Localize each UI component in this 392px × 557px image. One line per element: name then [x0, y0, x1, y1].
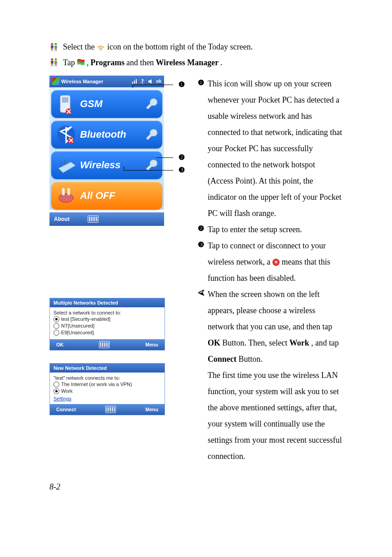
option-label: test [Security-enabled]: [61, 316, 110, 322]
text-wireless-manager: Wireless Manager: [156, 56, 218, 69]
antenna-tray-icon[interactable]: [140, 79, 145, 84]
callout-2: ❷ Tap to enter the setup screen.: [198, 221, 343, 238]
wifi-signal-icon: [96, 42, 105, 51]
text: .: [220, 56, 223, 69]
work-bold: Work: [290, 338, 309, 347]
connect-bold: Connect: [208, 355, 236, 364]
callout-number-3: ❸: [178, 166, 185, 174]
signal-tray-icon[interactable]: [132, 79, 137, 84]
option-label: The Internet (or work via a VPN): [61, 382, 132, 387]
wrench-icon[interactable]: [144, 127, 159, 142]
speaker-tray-icon[interactable]: [148, 79, 153, 84]
svg-rect-12: [67, 188, 70, 195]
radio-icon[interactable]: [53, 323, 59, 329]
multiple-networks-popup: Multiple Networks Detected Select a netw…: [49, 298, 165, 350]
left-column: Wireless Manager ok: [49, 76, 184, 415]
keyboard-icon[interactable]: [105, 406, 116, 413]
network-option[interactable]: The Internet (or work via a VPN): [53, 382, 161, 387]
popup-body: Select a network to connect to: test [Se…: [50, 307, 165, 339]
wireless-manager-screenshot: Wireless Manager ok: [49, 76, 164, 226]
radio-icon[interactable]: [53, 388, 59, 394]
text: When the screen shown on the left appear…: [208, 290, 332, 331]
network-option[interactable]: E9[Unsecured]: [53, 330, 161, 336]
manual-page: 👫 Select the icon on the bottom right of…: [0, 0, 392, 510]
text: Select the: [63, 40, 94, 54]
instruction-line-1: 👫 Select the icon on the bottom right of…: [49, 40, 343, 54]
menu-button[interactable]: Menu: [145, 407, 158, 412]
popup-body: "test" network connects me to: The Inter…: [50, 373, 165, 404]
wireless-label: Wireless: [80, 159, 120, 171]
callout-number-3: ❸: [198, 238, 208, 252]
hand-icon: 👫: [49, 41, 58, 53]
callout-c-followup: The first time you use the wireless LAN …: [208, 367, 343, 464]
instruction-line-2: 👫 Tap , Programs and then Wireless Manag…: [49, 56, 343, 69]
callout-text: Tap to connect or disconnect to your wir…: [208, 238, 343, 286]
callout-number-1: ❶: [178, 80, 185, 89]
text: icon on the bottom right of the Today sc…: [107, 40, 253, 54]
svg-rect-0: [100, 49, 102, 50]
callout-c: ⮘ When the screen shown on the left appe…: [198, 286, 343, 367]
windows-flag-icon[interactable]: [52, 78, 59, 85]
text-programs: Programs: [90, 56, 125, 69]
wrench-icon[interactable]: [144, 97, 159, 111]
popup-footer: Connect Menu: [50, 404, 165, 415]
keyboard-icon[interactable]: [88, 216, 98, 223]
popup-title: New Network Detected: [50, 364, 165, 373]
text: , and tap: [311, 338, 339, 347]
ok-button[interactable]: ok: [156, 79, 161, 84]
wm-footer: About: [49, 212, 164, 226]
gsm-label: GSM: [80, 98, 102, 110]
new-network-popup: New Network Detected "test" network conn…: [49, 363, 165, 415]
settings-link[interactable]: Settings: [53, 396, 161, 401]
all-off-label: All OFF: [80, 190, 115, 202]
all-off-tile[interactable]: All OFF: [51, 182, 162, 210]
popup-subtitle: Select a network to connect to:: [53, 310, 161, 315]
popup-subtitle: "test" network connects me to:: [53, 375, 161, 381]
menu-button[interactable]: Menu: [145, 342, 158, 347]
wm-tray: ok: [132, 79, 161, 84]
ok-bold: OK: [208, 338, 220, 347]
wm-titlebar: Wireless Manager ok: [49, 76, 164, 87]
connect-button[interactable]: Connect: [56, 407, 76, 412]
disabled-x-icon: ✕: [272, 259, 280, 266]
bluetooth-tile[interactable]: Bluetooth: [51, 121, 162, 148]
keyboard-icon[interactable]: [99, 341, 110, 348]
popup-title: Multiple Networks Detected: [50, 298, 165, 307]
svg-point-10: [59, 193, 73, 202]
callout-text: Tap to enter the setup screen.: [208, 221, 343, 238]
wireless-tile[interactable]: Wireless: [51, 151, 162, 179]
svg-rect-4: [62, 97, 68, 103]
network-option[interactable]: test [Security-enabled]: [53, 316, 161, 322]
callout-3: ❸ Tap to connect or disconnect to your w…: [198, 238, 343, 286]
gsm-tile[interactable]: GSM: [51, 90, 162, 118]
windows-flag-icon: [77, 58, 85, 67]
callout-number-2: ❷: [178, 153, 185, 162]
radio-icon[interactable]: [53, 382, 59, 387]
page-number: 8-2: [49, 482, 343, 492]
callout-pointer-2: ❷: [156, 157, 173, 158]
content-row: Wireless Manager ok: [49, 76, 343, 464]
radio-icon[interactable]: [53, 316, 59, 322]
text: and then: [126, 56, 154, 69]
callout-number-c: ⮘: [198, 286, 208, 301]
text: Button.: [239, 355, 263, 364]
text: Tap: [63, 56, 75, 69]
router-icon: [56, 155, 76, 175]
network-option[interactable]: NT[Unsecured]: [53, 323, 161, 329]
radio-icon[interactable]: [53, 330, 59, 336]
about-button[interactable]: About: [54, 216, 70, 222]
text: ,: [87, 56, 89, 69]
bluetooth-icon: [56, 124, 76, 145]
text: Button. Then, select: [223, 338, 288, 347]
wm-title: Wireless Manager: [61, 79, 103, 84]
callout-number-1: ❶: [198, 76, 208, 90]
right-column: ❶ This icon will show up on your screen …: [198, 76, 343, 464]
callout-text: When the screen shown on the left appear…: [208, 286, 343, 367]
popup-footer: OK Menu: [50, 339, 165, 350]
callout-pointer-3: ❸: [124, 170, 173, 171]
callout-text: This icon will show up on your screen wh…: [208, 76, 343, 221]
option-label: E9[Unsecured]: [61, 330, 94, 335]
ok-button[interactable]: OK: [56, 342, 64, 347]
network-option[interactable]: Work: [53, 388, 161, 394]
wm-body: GSM Bluetooth: [49, 87, 164, 210]
